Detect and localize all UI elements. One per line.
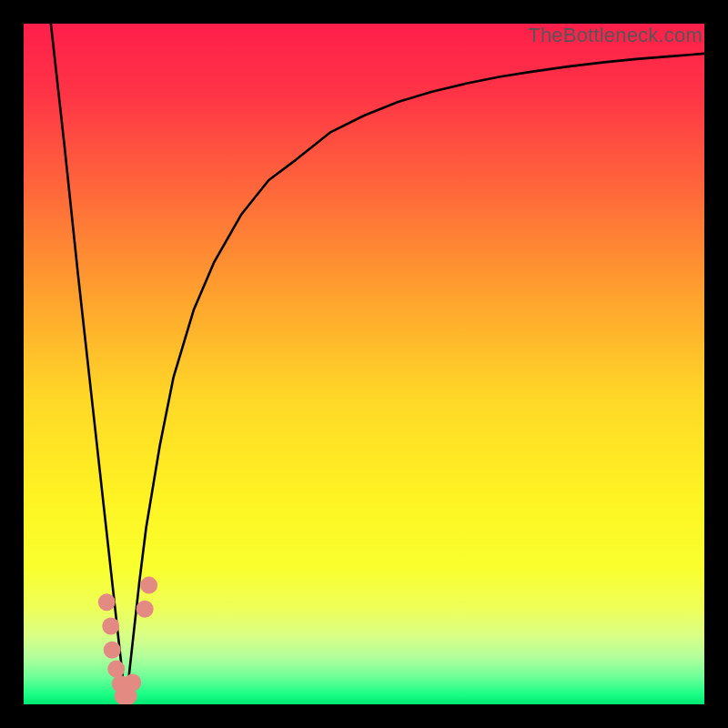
marker-dot	[140, 577, 157, 594]
marker-dot	[124, 674, 141, 692]
marker-dot	[98, 593, 116, 611]
plot-area	[24, 24, 704, 704]
marker-dot	[136, 601, 154, 618]
chart-svg	[24, 24, 704, 704]
watermark-label: TheBottleneck.com	[528, 24, 703, 47]
marker-dot	[107, 661, 125, 678]
gradient-background	[24, 24, 704, 704]
marker-dot	[102, 617, 119, 634]
chart-frame: TheBottleneck.com	[0, 0, 728, 728]
marker-dot	[104, 642, 121, 659]
